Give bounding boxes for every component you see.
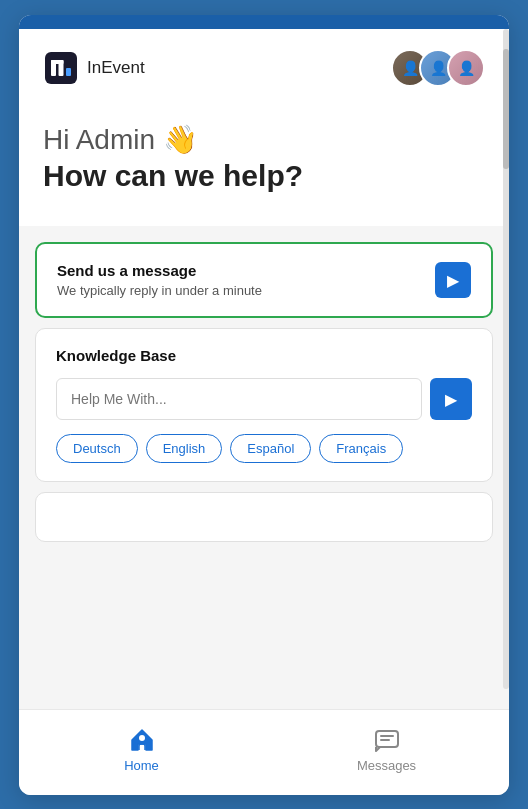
greeting-line2: How can we help? [43,158,485,194]
scrollbar[interactable] [503,29,509,689]
search-input[interactable] [56,378,422,420]
nav-messages[interactable]: Messages [264,720,509,779]
messages-icon [373,726,401,754]
greeting-line1: Hi Admin 👋 [43,123,485,157]
inevent-logo-icon [43,50,79,86]
header-top: InEvent 👤 👤 👤 [43,49,485,87]
main-content: InEvent 👤 👤 👤 Hi Admin 👋 How can we [19,29,509,709]
sections: Send us a message We typically reply in … [19,226,509,558]
send-message-text: Send us a message We typically reply in … [57,262,262,298]
lang-francais[interactable]: Français [319,434,403,463]
avatar: 👤 [447,49,485,87]
avatar-group: 👤 👤 👤 [391,49,485,87]
scroll-thumb[interactable] [503,49,509,169]
nav-home[interactable]: Home [19,720,264,779]
lang-espanol[interactable]: Español [230,434,311,463]
header-section: InEvent 👤 👤 👤 Hi Admin 👋 How can we [19,29,509,227]
language-tags: Deutsch English Español Français [56,434,472,463]
lang-deutsch[interactable]: Deutsch [56,434,138,463]
logo-area: InEvent [43,50,145,86]
send-message-arrow-button[interactable]: ▶ [435,262,471,298]
send-message-title: Send us a message [57,262,262,279]
bottom-nav: Home Messages [19,709,509,795]
svg-rect-4 [66,68,71,76]
partial-card [35,492,493,542]
search-button[interactable]: ▶ [430,378,472,420]
logo-text: InEvent [87,58,145,78]
lang-english[interactable]: English [146,434,223,463]
greeting: Hi Admin 👋 How can we help? [43,123,485,203]
search-row: ▶ [56,378,472,420]
knowledge-base-card: Knowledge Base ▶ Deutsch English Español… [35,328,493,482]
svg-point-5 [139,735,145,741]
top-bar [19,15,509,29]
knowledge-base-title: Knowledge Base [56,347,472,364]
chat-modal: InEvent 👤 👤 👤 Hi Admin 👋 How can we [19,15,509,795]
home-label: Home [124,758,159,773]
home-icon [128,726,156,754]
send-message-card[interactable]: Send us a message We typically reply in … [35,242,493,318]
send-message-subtitle: We typically reply in under a minute [57,283,262,298]
svg-rect-3 [51,60,64,64]
messages-label: Messages [357,758,416,773]
